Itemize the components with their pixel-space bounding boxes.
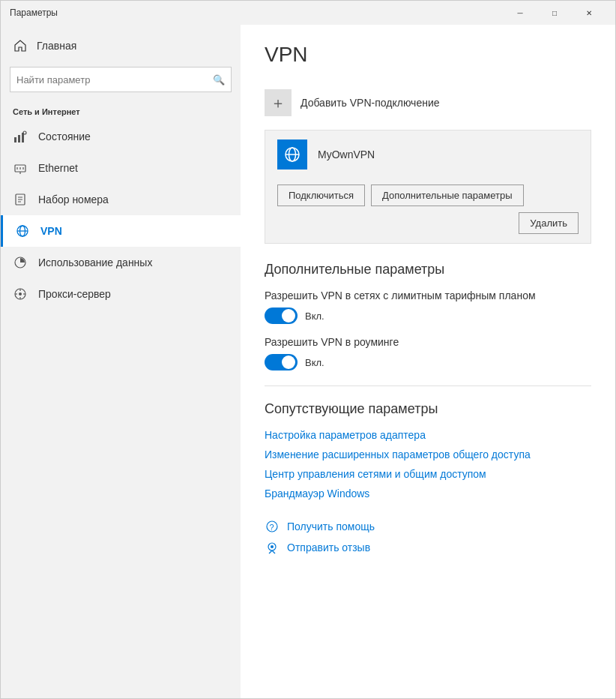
related-link-3[interactable]: Брандмауэр Windows xyxy=(265,488,591,500)
main-content: VPN ＋ Добавить VPN-подключение MyOw xyxy=(241,25,615,698)
related-link-1[interactable]: Изменение расширенных параметров общего … xyxy=(265,448,591,460)
help-icon: ? xyxy=(265,519,280,534)
toggle1-value: Вкл. xyxy=(305,310,324,322)
sidebar-item-label: Прокси-сервер xyxy=(38,288,111,300)
add-vpn-icon: ＋ xyxy=(265,89,292,116)
status-icon xyxy=(13,129,28,144)
window-title: Параметры xyxy=(10,8,503,18)
vpn-actions: Подключиться Дополнительные параметры Уд… xyxy=(265,178,591,243)
minimize-button[interactable]: ─ xyxy=(503,1,537,25)
connect-button[interactable]: Подключиться xyxy=(277,184,365,206)
home-icon xyxy=(13,38,28,53)
sidebar-item-label: Набор номера xyxy=(38,194,109,206)
search-box: 🔍 xyxy=(10,67,232,92)
setting-row-1: Разрешить VPN в сетях с лимитным тарифны… xyxy=(265,290,591,324)
svg-rect-0 xyxy=(14,137,16,142)
title-bar: Параметры ─ □ ✕ xyxy=(1,1,615,25)
sidebar-item-label: Ethernet xyxy=(38,162,78,174)
toggle-row-1: Вкл. xyxy=(265,308,591,324)
help-label[interactable]: Получить помощь xyxy=(287,520,375,532)
feedback-row[interactable]: Отправить отзыв xyxy=(265,540,591,555)
sidebar-item-dialup[interactable]: Набор номера xyxy=(1,184,241,215)
sidebar-item-label: Состояние xyxy=(38,130,91,142)
home-label: Главная xyxy=(37,40,76,52)
related-settings-title: Сопутствующие параметры xyxy=(265,401,591,417)
setting1-label: Разрешить VPN в сетях с лимитным тарифны… xyxy=(265,290,591,302)
svg-point-19 xyxy=(19,292,22,296)
ethernet-icon xyxy=(13,160,28,176)
vpn-connection-header[interactable]: MyOwnVPN xyxy=(265,130,591,178)
proxy-icon xyxy=(13,286,28,302)
sidebar: Главная 🔍 Сеть и Интернет xyxy=(1,25,241,698)
feedback-icon xyxy=(265,540,280,555)
content-area: Главная 🔍 Сеть и Интернет xyxy=(1,25,615,698)
vpn-connection-name: MyOwnVPN xyxy=(318,148,375,160)
delete-button[interactable]: Удалить xyxy=(519,212,579,234)
sidebar-section-label: Сеть и Интернет xyxy=(1,98,241,121)
search-icon: 🔍 xyxy=(213,74,225,86)
toggle-1[interactable] xyxy=(265,308,298,324)
related-link-2[interactable]: Центр управления сетями и общим доступом xyxy=(265,468,591,480)
sidebar-item-label: VPN xyxy=(40,225,62,237)
sidebar-item-status[interactable]: Состояние xyxy=(1,121,241,152)
sidebar-item-label: Использование данных xyxy=(38,256,152,268)
advanced-button[interactable]: Дополнительные параметры xyxy=(371,184,524,206)
vpn-connection-box: MyOwnVPN Подключиться Дополнительные пар… xyxy=(265,130,591,244)
sidebar-item-proxy[interactable]: Прокси-сервер xyxy=(1,278,241,310)
setting-row-2: Разрешить VPN в роуминге Вкл. xyxy=(265,336,591,370)
svg-rect-1 xyxy=(18,135,20,142)
divider xyxy=(265,386,591,386)
svg-line-32 xyxy=(272,550,275,554)
title-bar-controls: ─ □ ✕ xyxy=(503,1,606,25)
sidebar-item-home[interactable]: Главная xyxy=(1,31,241,61)
sidebar-item-data-usage[interactable]: Использование данных xyxy=(1,247,241,278)
maximize-button[interactable]: □ xyxy=(537,1,572,25)
dialup-icon xyxy=(13,192,28,207)
page-title: VPN xyxy=(265,43,591,67)
feedback-label[interactable]: Отправить отзыв xyxy=(287,542,370,554)
svg-text:?: ? xyxy=(270,523,274,532)
toggle-row-2: Вкл. xyxy=(265,354,591,370)
sidebar-item-vpn[interactable]: VPN xyxy=(1,215,241,247)
add-vpn-button[interactable]: ＋ Добавить VPN-подключение xyxy=(265,82,591,124)
svg-line-31 xyxy=(269,550,272,554)
toggle2-value: Вкл. xyxy=(305,357,324,368)
svg-point-30 xyxy=(271,545,274,548)
vpn-sidebar-icon xyxy=(15,224,30,238)
help-row[interactable]: ? Получить помощь xyxy=(265,519,591,534)
vpn-icon-box xyxy=(277,140,307,170)
data-usage-icon xyxy=(13,255,28,270)
search-input[interactable] xyxy=(16,74,213,86)
related-link-0[interactable]: Настройка параметров адаптера xyxy=(265,429,591,441)
window: Параметры ─ □ ✕ Главная 🔍 xyxy=(0,0,616,699)
sidebar-item-ethernet[interactable]: Ethernet xyxy=(1,152,241,184)
toggle-2[interactable] xyxy=(265,354,298,370)
setting2-label: Разрешить VPN в роуминге xyxy=(265,336,591,348)
close-button[interactable]: ✕ xyxy=(572,1,606,25)
add-vpn-label: Добавить VPN-подключение xyxy=(301,97,440,109)
additional-settings-title: Дополнительные параметры xyxy=(265,262,591,278)
